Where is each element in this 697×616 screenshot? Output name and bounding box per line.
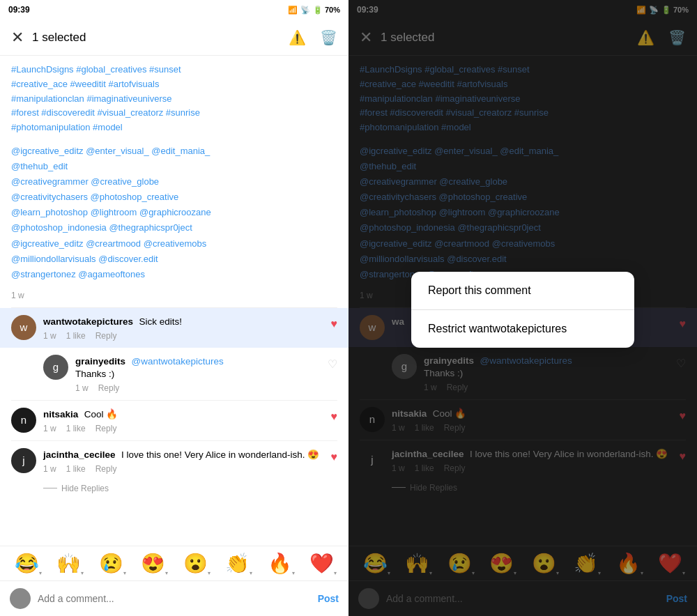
mention-grainy-left: @wantwotakepictures: [131, 356, 223, 367]
comment-item-wanttake-left[interactable]: w wantwotakepictures Sick edits! 1 w 1 l…: [0, 308, 348, 348]
content-left: #LaunchDsigns #global_creatives #sunset …: [0, 56, 348, 546]
emoji-fire-left[interactable]: 🔥▾: [268, 552, 292, 575]
like-btn-nitsakia-left[interactable]: ♥: [331, 410, 338, 423]
modal-popup: Report this comment Restrict wantwotakep…: [411, 272, 634, 348]
hashtags-left: #LaunchDsigns #global_creatives #sunset …: [0, 56, 348, 141]
left-panel: 09:39 📶 📡 🔋 70% ✕ 1 selected ⚠️ 🗑️ #Laun…: [0, 0, 348, 616]
avatar-nitsakia-left: n: [11, 408, 36, 433]
comment-body-wanttake-left: wantwotakepictures Sick edits! 1 w 1 lik…: [43, 315, 337, 341]
time-wanttake-left: 1 w: [43, 331, 56, 341]
comment-body-nitsakia-left: nitsakia Cool 🔥 1 w 1 like Reply: [43, 408, 337, 433]
right-panel: 09:39 📶 📡 🔋 70% ✕ 1 selected ⚠️ 🗑️ #Laun…: [348, 0, 697, 616]
comment-item-nitsakia-left[interactable]: n nitsakia Cool 🔥 1 w 1 like Reply ♥: [0, 401, 348, 440]
text-wanttake-left: Sick edits!: [139, 316, 183, 327]
username-wanttake-left: wantwotakepictures: [43, 316, 133, 327]
likes-jacintha-left: 1 like: [66, 464, 86, 474]
likes-nitsakia-left: 1 like: [66, 424, 86, 433]
emoji-bar-left: 😂▾ 🙌▾ 😢▾ 😍▾ 😮▾ 👏▾ 🔥▾ ❤️▾: [0, 546, 348, 580]
top-bar-left: ✕ 1 selected ⚠️ 🗑️: [0, 20, 348, 56]
input-avatar-left: [10, 588, 31, 609]
emoji-cry-left[interactable]: 😢▾: [99, 552, 123, 575]
post-button-left[interactable]: Post: [318, 593, 339, 604]
emoji-heart-eyes-left[interactable]: 😍▾: [141, 552, 165, 575]
emoji-clap-left[interactable]: 🙌▾: [56, 552, 81, 575]
comment-item-jacintha-left[interactable]: j jacintha_cecilee I love this one! Very…: [0, 441, 348, 481]
emoji-wave-left[interactable]: 👏▾: [225, 552, 250, 575]
status-icons-left: 📶 📡 🔋 70%: [288, 6, 340, 15]
username-nitsakia-left: nitsakia: [43, 409, 78, 419]
avatar-jacintha-left: j: [11, 448, 36, 473]
wifi-icon: 📶: [288, 6, 298, 15]
comment-body-jacintha-left: jacintha_cecilee I love this one! Very A…: [43, 448, 337, 474]
time-jacintha-left: 1 w: [43, 464, 56, 474]
top-bar-left-side: ✕ 1 selected: [11, 29, 86, 47]
meta-grainy-left: 1 w Reply: [75, 383, 337, 393]
reply-wanttake-left[interactable]: Reply: [95, 331, 117, 341]
battery-icon-left: 🔋 70%: [313, 6, 340, 15]
username-jacintha-left: jacintha_cecilee: [43, 449, 116, 460]
like-btn-grainy-left[interactable]: ♡: [328, 357, 337, 371]
emoji-laugh-left[interactable]: 😂▾: [15, 552, 39, 575]
modal-item-report[interactable]: Report this comment: [411, 272, 634, 309]
reply-grainy-left[interactable]: Reply: [98, 383, 120, 393]
comment-item-grainy-left[interactable]: g grainyedits @wantwotakepictures Thanks…: [0, 348, 348, 400]
alert-icon-left[interactable]: ⚠️: [289, 29, 306, 46]
avatar-grainy-left: g: [43, 355, 68, 380]
modal-item-restrict[interactable]: Restrict wantwotakepictures: [411, 310, 634, 348]
comment-field-left[interactable]: [38, 593, 311, 604]
like-btn-wanttake-left[interactable]: ♥: [331, 318, 338, 330]
meta-wanttake-left: 1 w 1 like Reply: [43, 331, 337, 341]
top-bar-right-side-left: ⚠️ 🗑️: [289, 29, 337, 46]
modal-overlay[interactable]: Report this comment Restrict wantwotakep…: [348, 0, 697, 616]
time-left: 09:39: [8, 5, 30, 15]
text-nitsakia-left: Cool 🔥: [84, 409, 118, 419]
hide-replies-left[interactable]: Hide Replies: [0, 481, 348, 496]
emoji-wow-left[interactable]: 😮▾: [183, 552, 208, 575]
likes-wanttake-left: 1 like: [66, 331, 86, 341]
like-btn-jacintha-left[interactable]: ♥: [331, 451, 338, 463]
reply-nitsakia-left[interactable]: Reply: [95, 424, 117, 433]
avatar-wanttake-left: w: [11, 315, 36, 340]
main-timestamp-left: 1 w: [0, 291, 348, 307]
status-bar-left: 09:39 📶 📡 🔋 70%: [0, 0, 348, 20]
selected-label-left: 1 selected: [32, 31, 86, 45]
username-grainy-left: grainyedits: [75, 356, 125, 367]
meta-nitsakia-left: 1 w 1 like Reply: [43, 424, 337, 433]
text-jacintha-left: I love this one! Very Alice in wonderlan…: [121, 449, 319, 460]
reply-jacintha-left[interactable]: Reply: [95, 464, 117, 474]
comment-input-bar-left: Post: [0, 580, 348, 616]
delete-icon-left[interactable]: 🗑️: [320, 29, 337, 46]
time-nitsakia-left: 1 w: [43, 424, 56, 433]
emoji-heart-left[interactable]: ❤️▾: [309, 552, 334, 575]
signal-icon: 📡: [300, 6, 310, 15]
text-grainy-left: Thanks :): [75, 369, 114, 379]
mentions-left: @igcreative_editz @enter_visual_ @edit_m…: [0, 141, 348, 291]
close-button-left[interactable]: ✕: [11, 29, 24, 47]
comment-body-grainy-left: grainyedits @wantwotakepictures Thanks :…: [75, 355, 337, 393]
meta-jacintha-left: 1 w 1 like Reply: [43, 464, 337, 474]
time-grainy-left: 1 w: [75, 383, 89, 393]
